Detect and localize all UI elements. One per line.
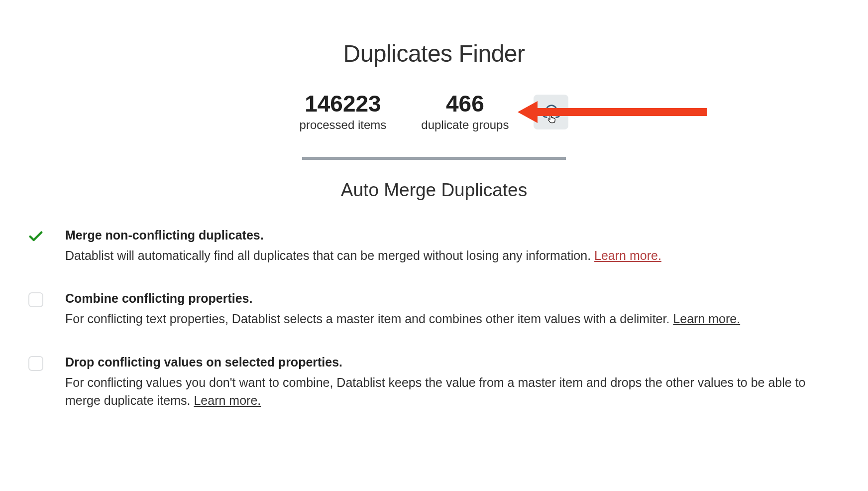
stat-groups-label: duplicate groups — [421, 118, 509, 132]
stat-groups: 466 duplicate groups — [421, 92, 509, 132]
option-title-0: Merge non-conflicting duplicates. — [65, 228, 818, 243]
stat-processed-value: 146223 — [300, 92, 387, 115]
option-drop-conflicting: Drop conflicting values on selected prop… — [27, 355, 818, 410]
page-title: Duplicates Finder — [25, 40, 843, 67]
checkbox-empty-icon — [28, 292, 43, 307]
option-desc-0: Datablist will automatically find all du… — [65, 246, 818, 264]
options-list: Merge non-conflicting duplicates. Databl… — [25, 228, 843, 409]
divider — [302, 157, 566, 160]
annotation-arrow — [518, 101, 707, 123]
option-title-1: Combine conflicting properties. — [65, 291, 818, 306]
arrow-head-icon — [518, 101, 538, 123]
check-icon — [27, 228, 44, 245]
arrow-line — [538, 108, 707, 116]
option-merge-non-conflicting: Merge non-conflicting duplicates. Databl… — [27, 228, 818, 264]
sub-title: Auto Merge Duplicates — [25, 180, 843, 201]
stat-processed-label: processed items — [300, 118, 387, 132]
option-check-drop[interactable] — [27, 355, 44, 372]
option-combine-conflicting: Combine conflicting properties. For conf… — [27, 291, 818, 328]
stats-row: 146223 processed items 466 duplicate gro… — [25, 92, 843, 132]
learn-more-link-1[interactable]: Learn more. — [673, 312, 740, 326]
option-desc-1: For conflicting text properties, Databli… — [65, 310, 818, 328]
checkbox-empty-icon — [28, 356, 43, 371]
learn-more-link-2[interactable]: Learn more. — [194, 393, 261, 407]
option-check-merge[interactable] — [27, 228, 44, 245]
stat-groups-value: 466 — [421, 92, 509, 115]
stat-processed: 146223 processed items — [300, 92, 387, 132]
option-check-combine[interactable] — [27, 291, 44, 308]
option-desc-2: For conflicting values you don't want to… — [65, 373, 818, 410]
learn-more-link-0[interactable]: Learn more. — [594, 248, 661, 262]
option-title-2: Drop conflicting values on selected prop… — [65, 355, 818, 369]
